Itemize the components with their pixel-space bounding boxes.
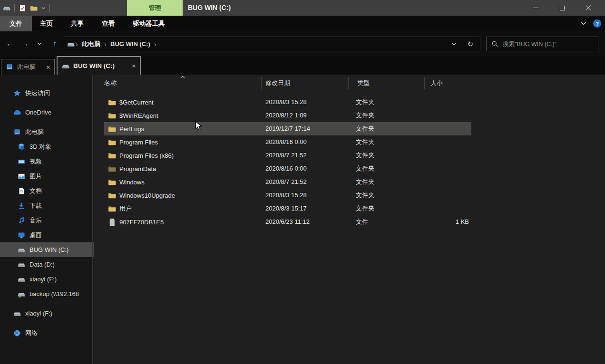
sidebar-item-label: backup (\\192.168 [29, 290, 79, 297]
address-dropdown-chevron-icon[interactable] [451, 42, 457, 46]
sidebar-item[interactable]: 下载 [0, 198, 94, 213]
sidebar-item-icon [13, 310, 21, 317]
sidebar-item-label: Data (D:) [29, 261, 55, 268]
file-type: 文件 [356, 215, 368, 229]
file-list-pane: 名称 修改日期 类型 大小 $GetCurrent 2020/8/3 15:28 [94, 75, 605, 364]
column-header-type[interactable]: 类型 [357, 75, 370, 90]
sidebar-item[interactable]: 快速访问 [0, 86, 94, 100]
ribbon-tab[interactable]: 驱动器工具 [133, 19, 165, 28]
file-date-modified: 2020/8/16 0:00 [265, 135, 307, 149]
file-date-modified: 2020/8/7 21:52 [265, 175, 307, 189]
toolbar-divider [14, 4, 15, 12]
column-divider[interactable] [261, 77, 262, 89]
maximize-icon [560, 6, 565, 10]
help-icon[interactable]: ? [593, 19, 601, 28]
column-divider[interactable] [424, 77, 425, 89]
manage-contextual-tab[interactable]: 管理 [127, 0, 183, 16]
sidebar-item-icon [18, 217, 25, 224]
file-row[interactable]: 907FF70DB1E5 2020/6/23 11:12 文件 1 KB [104, 215, 471, 229]
file-row[interactable]: Windows 2020/8/7 21:52 文件夹 [104, 175, 471, 189]
back-button[interactable]: ← [4, 31, 16, 56]
tab-close-icon[interactable]: × [46, 64, 50, 71]
mouse-cursor [195, 121, 203, 131]
column-header-name[interactable]: 名称 [104, 75, 117, 90]
sidebar-item[interactable]: 文档 [0, 183, 94, 198]
ribbon-tab[interactable]: 查看 [102, 19, 115, 28]
sidebar-item[interactable]: 音乐 [0, 213, 94, 228]
file-type: 文件夹 [356, 96, 374, 109]
properties-icon[interactable] [19, 4, 26, 12]
column-divider[interactable] [348, 77, 349, 89]
tab-location-icon [6, 63, 13, 71]
file-row[interactable]: ProgramData 2020/8/16 0:00 文件夹 [104, 162, 471, 175]
file-type-icon [108, 192, 116, 200]
sidebar-item[interactable]: 视频 [0, 154, 94, 169]
ribbon-tab-file[interactable]: 文件 [0, 16, 32, 31]
sidebar-item[interactable]: xiaoyi (F:) [0, 272, 94, 287]
sidebar-item[interactable]: 网络 [0, 326, 94, 340]
file-row[interactable]: Program Files (x86) 2020/8/7 21:52 文件夹 [104, 149, 471, 162]
minimize-button[interactable] [523, 0, 549, 16]
new-folder-icon[interactable] [30, 4, 38, 12]
sidebar-item[interactable]: 此电脑 [0, 125, 94, 139]
column-divider[interactable] [473, 77, 473, 89]
sidebar-scrollbar[interactable] [92, 75, 93, 364]
column-header-date[interactable]: 修改日期 [265, 75, 290, 90]
collapse-ribbon-chevron-icon[interactable] [581, 22, 586, 25]
file-row[interactable]: 用户 2020/8/3 15:17 文件夹 [104, 202, 471, 215]
sidebar-item-icon [18, 276, 25, 283]
refresh-icon[interactable]: ↻ [467, 40, 473, 48]
file-row[interactable]: Windows10Upgrade 2020/8/3 15:28 文件夹 [104, 189, 471, 202]
file-type: 文件夹 [356, 122, 374, 135]
sidebar-item[interactable]: 桌面 [0, 228, 94, 242]
explorer-tab-bar: 此电脑 × BUG WIN (C:) × [0, 56, 605, 75]
forward-button[interactable]: → [19, 31, 31, 56]
breadcrumb-separator[interactable]: › [153, 40, 157, 48]
file-type-icon [108, 112, 116, 120]
file-row[interactable]: Program Files 2020/8/16 0:00 文件夹 [104, 135, 471, 149]
address-bar[interactable]: › 此电脑 › BUG WIN (C:) › ↻ [63, 37, 480, 51]
ribbon-tab-row: 文件 主页共享查看驱动器工具 ? [0, 16, 605, 31]
search-input[interactable] [503, 41, 593, 48]
sidebar-item-label: 此电脑 [25, 128, 44, 136]
file-type-icon [108, 218, 116, 226]
breadcrumb-separator[interactable]: › [103, 40, 107, 48]
ribbon-tab[interactable]: 共享 [71, 19, 84, 28]
search-box[interactable] [486, 37, 598, 51]
file-type-icon [108, 205, 116, 213]
maximize-button[interactable] [549, 0, 575, 16]
ribbon-tab[interactable]: 主页 [40, 19, 53, 28]
sidebar-item[interactable]: 图片 [0, 169, 94, 183]
sidebar-item[interactable]: OneDrive [0, 105, 94, 120]
file-row[interactable]: PerfLogs 2019/12/7 17:14 文件夹 [104, 122, 471, 135]
sidebar-item-icon [18, 290, 25, 298]
explorer-tab[interactable]: 此电脑 × [1, 59, 55, 75]
sidebar-item[interactable]: Data (D:) [0, 257, 94, 272]
breadcrumb-item[interactable]: BUG WIN (C:) [107, 40, 153, 48]
qat-customize-chevron-icon[interactable] [41, 7, 46, 10]
file-date-modified: 2020/6/23 11:12 [265, 215, 310, 229]
file-row[interactable]: $WinREAgent 2020/8/12 1:09 文件夹 [104, 109, 471, 122]
explorer-tab[interactable]: BUG WIN (C:) × [57, 56, 141, 75]
up-button[interactable]: ↑ [49, 31, 61, 56]
sidebar-item[interactable]: 3D 对象 [0, 139, 94, 154]
file-name: $GetCurrent [119, 99, 154, 106]
column-header-size[interactable]: 大小 [430, 75, 443, 90]
toolbar-divider [49, 4, 50, 12]
sidebar-item[interactable]: xiaoyi (F:) [0, 306, 94, 321]
close-button[interactable] [575, 0, 601, 16]
history-chevron-icon[interactable] [35, 31, 44, 56]
breadcrumb-item[interactable]: 此电脑 [79, 40, 103, 48]
file-name: 907FF70DB1E5 [119, 219, 164, 226]
sidebar-item-icon [13, 329, 21, 337]
minimize-icon [533, 8, 538, 8]
tab-close-icon[interactable]: × [132, 62, 136, 69]
file-type: 文件夹 [356, 109, 374, 122]
sidebar-item[interactable]: BUG WIN (C:) [0, 242, 94, 257]
sidebar-item-label: 音乐 [29, 216, 42, 225]
file-row[interactable]: $GetCurrent 2020/8/3 15:28 文件夹 [104, 96, 471, 109]
sidebar-item-label: 快速访问 [25, 89, 50, 97]
tab-label: 此电脑 [17, 63, 36, 71]
file-list: $GetCurrent 2020/8/3 15:28 文件夹 $WinREAge… [94, 96, 605, 229]
sidebar-item[interactable]: backup (\\192.168 [0, 287, 94, 301]
